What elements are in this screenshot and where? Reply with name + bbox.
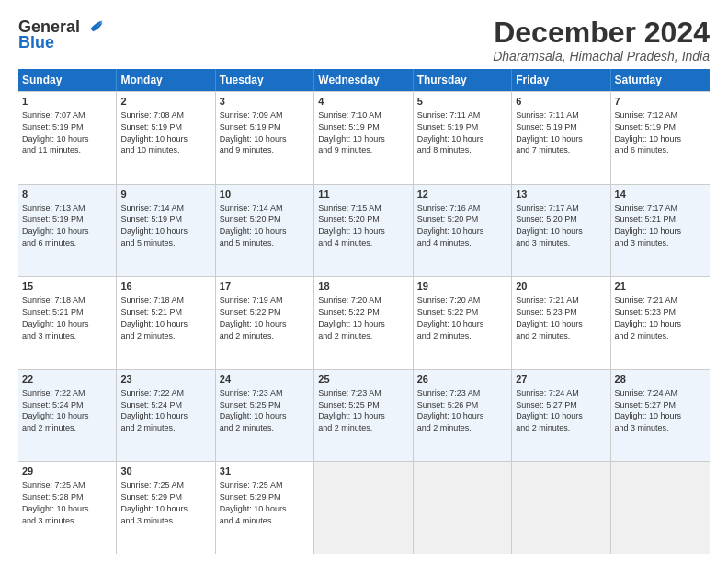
calendar-cell: 21Sunrise: 7:21 AM Sunset: 5:23 PM Dayli…	[611, 277, 710, 369]
day-number: 8	[22, 188, 112, 201]
day-info: Sunrise: 7:20 AM Sunset: 5:22 PM Dayligh…	[318, 295, 385, 339]
calendar-page: General Blue December 2024 Dharamsala, H…	[0, 0, 728, 563]
day-number: 14	[615, 188, 706, 201]
day-number: 31	[220, 465, 310, 478]
day-info: Sunrise: 7:12 AM Sunset: 5:19 PM Dayligh…	[615, 110, 682, 155]
calendar-cell: 13Sunrise: 7:17 AM Sunset: 5:20 PM Dayli…	[512, 185, 610, 277]
calendar-cell	[314, 462, 413, 554]
day-number: 18	[318, 280, 408, 293]
day-info: Sunrise: 7:21 AM Sunset: 5:23 PM Dayligh…	[615, 295, 682, 339]
calendar-cell: 20Sunrise: 7:21 AM Sunset: 5:23 PM Dayli…	[512, 277, 610, 369]
calendar-cell: 10Sunrise: 7:14 AM Sunset: 5:20 PM Dayli…	[216, 185, 314, 277]
header-monday: Monday	[117, 69, 215, 91]
day-info: Sunrise: 7:21 AM Sunset: 5:23 PM Dayligh…	[516, 295, 583, 339]
calendar-cell: 6Sunrise: 7:11 AM Sunset: 5:19 PM Daylig…	[512, 92, 610, 184]
calendar-cell: 1Sunrise: 7:07 AM Sunset: 5:19 PM Daylig…	[18, 92, 117, 184]
day-info: Sunrise: 7:23 AM Sunset: 5:26 PM Dayligh…	[417, 388, 484, 432]
calendar-cell: 2Sunrise: 7:08 AM Sunset: 5:19 PM Daylig…	[117, 92, 215, 184]
calendar-cell: 31Sunrise: 7:25 AM Sunset: 5:29 PM Dayli…	[216, 462, 314, 554]
day-info: Sunrise: 7:24 AM Sunset: 5:27 PM Dayligh…	[516, 388, 583, 432]
calendar-week-2: 8Sunrise: 7:13 AM Sunset: 5:19 PM Daylig…	[18, 185, 710, 278]
day-info: Sunrise: 7:09 AM Sunset: 5:19 PM Dayligh…	[220, 110, 287, 155]
header-sunday: Sunday	[18, 69, 117, 91]
calendar-cell: 24Sunrise: 7:23 AM Sunset: 5:25 PM Dayli…	[216, 370, 314, 462]
day-number: 9	[120, 188, 210, 201]
day-number: 30	[120, 465, 210, 478]
header-thursday: Thursday	[414, 69, 512, 91]
day-info: Sunrise: 7:20 AM Sunset: 5:22 PM Dayligh…	[417, 295, 484, 339]
calendar-cell: 19Sunrise: 7:20 AM Sunset: 5:22 PM Dayli…	[414, 277, 512, 369]
page-header: General Blue December 2024 Dharamsala, H…	[18, 17, 710, 63]
calendar-header: Sunday Monday Tuesday Wednesday Thursday…	[18, 69, 710, 91]
day-info: Sunrise: 7:13 AM Sunset: 5:19 PM Dayligh…	[22, 203, 89, 247]
calendar-cell: 18Sunrise: 7:20 AM Sunset: 5:22 PM Dayli…	[314, 277, 413, 369]
day-info: Sunrise: 7:11 AM Sunset: 5:19 PM Dayligh…	[516, 110, 583, 155]
logo: General Blue	[18, 17, 104, 52]
day-number: 1	[22, 95, 112, 109]
calendar-body: 1Sunrise: 7:07 AM Sunset: 5:19 PM Daylig…	[18, 91, 710, 554]
day-number: 11	[318, 188, 408, 201]
calendar-cell: 16Sunrise: 7:18 AM Sunset: 5:21 PM Dayli…	[117, 277, 215, 369]
header-saturday: Saturday	[611, 69, 710, 91]
day-info: Sunrise: 7:14 AM Sunset: 5:19 PM Dayligh…	[120, 203, 188, 247]
day-number: 24	[220, 373, 310, 386]
calendar-cell: 4Sunrise: 7:10 AM Sunset: 5:19 PM Daylig…	[314, 92, 413, 184]
day-info: Sunrise: 7:17 AM Sunset: 5:21 PM Dayligh…	[615, 203, 682, 247]
calendar-cell: 8Sunrise: 7:13 AM Sunset: 5:19 PM Daylig…	[18, 185, 117, 277]
calendar-week-1: 1Sunrise: 7:07 AM Sunset: 5:19 PM Daylig…	[18, 92, 710, 185]
day-number: 2	[120, 95, 210, 109]
day-number: 15	[22, 280, 112, 293]
day-number: 6	[516, 95, 606, 109]
location: Dharamsala, Himachal Pradesh, India	[493, 49, 710, 63]
day-number: 13	[516, 188, 606, 201]
calendar-cell: 15Sunrise: 7:18 AM Sunset: 5:21 PM Dayli…	[18, 277, 117, 369]
header-tuesday: Tuesday	[216, 69, 314, 91]
day-info: Sunrise: 7:18 AM Sunset: 5:21 PM Dayligh…	[120, 295, 188, 339]
day-info: Sunrise: 7:23 AM Sunset: 5:25 PM Dayligh…	[318, 388, 385, 432]
calendar: Sunday Monday Tuesday Wednesday Thursday…	[18, 69, 710, 554]
calendar-cell: 27Sunrise: 7:24 AM Sunset: 5:27 PM Dayli…	[512, 370, 610, 462]
title-block: December 2024 Dharamsala, Himachal Prade…	[493, 17, 710, 63]
calendar-cell: 14Sunrise: 7:17 AM Sunset: 5:21 PM Dayli…	[611, 185, 710, 277]
calendar-cell	[512, 462, 610, 554]
day-info: Sunrise: 7:08 AM Sunset: 5:19 PM Dayligh…	[120, 110, 188, 155]
day-number: 7	[615, 95, 706, 109]
day-number: 21	[615, 280, 706, 293]
day-info: Sunrise: 7:17 AM Sunset: 5:20 PM Dayligh…	[516, 203, 583, 247]
calendar-cell: 23Sunrise: 7:22 AM Sunset: 5:24 PM Dayli…	[117, 370, 215, 462]
calendar-cell: 26Sunrise: 7:23 AM Sunset: 5:26 PM Dayli…	[414, 370, 512, 462]
day-info: Sunrise: 7:19 AM Sunset: 5:22 PM Dayligh…	[220, 295, 287, 339]
calendar-cell: 29Sunrise: 7:25 AM Sunset: 5:28 PM Dayli…	[18, 462, 117, 554]
calendar-week-3: 15Sunrise: 7:18 AM Sunset: 5:21 PM Dayli…	[18, 277, 710, 370]
calendar-cell: 25Sunrise: 7:23 AM Sunset: 5:25 PM Dayli…	[314, 370, 413, 462]
logo-blue: Blue	[18, 33, 54, 52]
calendar-week-5: 29Sunrise: 7:25 AM Sunset: 5:28 PM Dayli…	[18, 462, 710, 554]
day-info: Sunrise: 7:25 AM Sunset: 5:29 PM Dayligh…	[120, 480, 188, 524]
day-info: Sunrise: 7:18 AM Sunset: 5:21 PM Dayligh…	[22, 295, 89, 339]
day-number: 5	[417, 95, 507, 109]
day-info: Sunrise: 7:11 AM Sunset: 5:19 PM Dayligh…	[417, 110, 484, 155]
day-info: Sunrise: 7:07 AM Sunset: 5:19 PM Dayligh…	[22, 110, 89, 155]
calendar-cell	[414, 462, 512, 554]
day-number: 27	[516, 373, 606, 386]
day-info: Sunrise: 7:25 AM Sunset: 5:29 PM Dayligh…	[220, 480, 287, 524]
header-friday: Friday	[512, 69, 610, 91]
day-info: Sunrise: 7:14 AM Sunset: 5:20 PM Dayligh…	[220, 203, 287, 247]
day-info: Sunrise: 7:16 AM Sunset: 5:20 PM Dayligh…	[417, 203, 484, 247]
day-number: 16	[120, 280, 210, 293]
calendar-cell: 17Sunrise: 7:19 AM Sunset: 5:22 PM Dayli…	[216, 277, 314, 369]
calendar-week-4: 22Sunrise: 7:22 AM Sunset: 5:24 PM Dayli…	[18, 370, 710, 463]
month-title: December 2024	[493, 17, 710, 49]
day-info: Sunrise: 7:24 AM Sunset: 5:27 PM Dayligh…	[615, 388, 682, 432]
day-number: 3	[220, 95, 310, 109]
calendar-cell: 9Sunrise: 7:14 AM Sunset: 5:19 PM Daylig…	[117, 185, 215, 277]
day-number: 10	[220, 188, 310, 201]
calendar-cell: 7Sunrise: 7:12 AM Sunset: 5:19 PM Daylig…	[611, 92, 710, 184]
day-number: 12	[417, 188, 507, 201]
calendar-cell: 28Sunrise: 7:24 AM Sunset: 5:27 PM Dayli…	[611, 370, 710, 462]
day-number: 25	[318, 373, 408, 386]
day-number: 20	[516, 280, 606, 293]
day-info: Sunrise: 7:22 AM Sunset: 5:24 PM Dayligh…	[22, 388, 89, 432]
day-number: 23	[120, 373, 210, 386]
day-info: Sunrise: 7:25 AM Sunset: 5:28 PM Dayligh…	[22, 480, 89, 524]
